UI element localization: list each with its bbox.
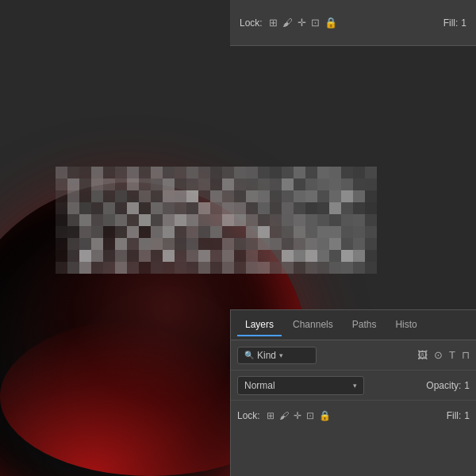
opacity-section: Opacity: 1 [426,380,470,391]
fill-number: 1 [464,410,470,421]
fill-section: Fill: 1 [443,17,466,29]
fill-label-section: Fill: 1 [447,410,470,421]
tab-channels[interactable]: Channels [285,314,341,336]
filter-adjustment-icon[interactable]: ⊙ [434,349,443,361]
lock-label: Lock: [240,17,263,29]
layers-panel: Layers Channels Paths Histo 🔍 Kind ▾ 🖼 ⊙… [230,309,476,476]
top-toolbar: Lock: ⊞ 🖌 ✛ ⊡ 🔒 Fill: 1 [230,0,476,46]
fill-label: Fill: [443,17,459,29]
brush-icon[interactable]: 🖌 [282,17,293,29]
tab-history[interactable]: Histo [387,314,424,336]
filter-icons: 🖼 ⊙ T ⊓ [417,349,470,361]
lock-text-label: Lock: [237,410,260,421]
lock-paint-icon[interactable]: 🖌 [279,410,289,421]
search-kind-dropdown[interactable]: 🔍 Kind ▾ [237,347,317,364]
fill-value: 1 [461,17,466,29]
filter-image-icon[interactable]: 🖼 [417,349,428,361]
blend-mode-dropdown[interactable]: Normal ▾ [237,376,364,395]
kind-label: Kind [257,350,276,361]
blend-mode-value: Normal [244,380,275,391]
blend-chevron-icon: ▾ [353,382,357,390]
filter-text-icon[interactable]: T [449,349,455,361]
lock-all-icon[interactable]: 🔒 [319,410,331,421]
lock-position-icon[interactable]: ✛ [294,410,301,421]
lock-fill-row: Lock: ⊞ 🖌 ✛ ⊡ 🔒 Fill: 1 [231,401,476,431]
lock-artboard-icon[interactable]: ⊡ [306,410,314,421]
tab-layers[interactable]: Layers [237,314,282,336]
opacity-label: Opacity: [426,380,461,391]
search-icon: 🔍 [244,351,254,359]
chevron-down-icon: ▾ [279,351,283,359]
move-icon[interactable]: ✛ [298,17,306,29]
blend-row: Normal ▾ Opacity: 1 [231,370,476,401]
tab-paths[interactable]: Paths [344,314,385,336]
filter-row: 🔍 Kind ▾ 🖼 ⊙ T ⊓ [231,340,476,370]
pixelated-area [44,155,385,286]
checkered-icon[interactable]: ⊞ [269,17,278,29]
fill-text: Fill: [447,410,462,421]
toolbar-icons: ⊞ 🖌 ✛ ⊡ 🔒 [269,17,437,29]
lock-pixels-icon[interactable]: ⊞ [267,410,274,421]
crop-icon[interactable]: ⊡ [311,17,320,29]
lock-icon[interactable]: 🔒 [324,17,337,29]
filter-shape-icon[interactable]: ⊓ [462,349,470,361]
opacity-value: 1 [464,380,470,391]
tab-bar: Layers Channels Paths Histo [231,310,476,340]
lock-icons: ⊞ 🖌 ✛ ⊡ 🔒 [267,410,331,421]
